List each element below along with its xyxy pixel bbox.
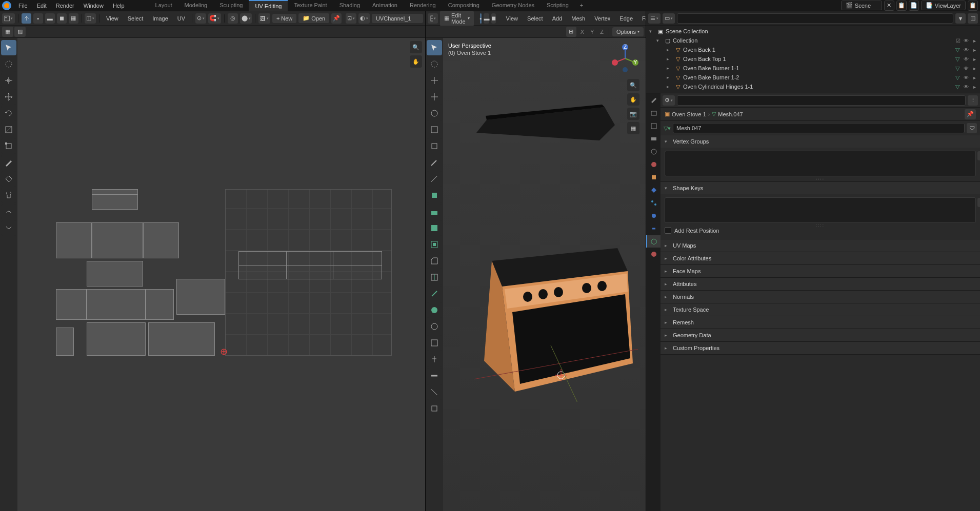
item-disable[interactable]: ▸ xyxy=(971,65,978,72)
scene-new-button[interactable]: ✕ xyxy=(884,1,894,11)
prop-tab-world[interactable] xyxy=(646,158,661,171)
camera-gizmo[interactable]: 📷 xyxy=(627,108,639,120)
tree-item-oven-back-top-1[interactable]: ▸ ▽ Oven Back Top 1 ▽ 👁 ▸ xyxy=(646,54,980,64)
shape-keys-list[interactable]: + :::: xyxy=(665,197,976,223)
prop-tab-particles[interactable] xyxy=(646,197,661,209)
uv-display-modified[interactable]: ▨ xyxy=(14,27,26,37)
vp-tool-transform[interactable] xyxy=(427,138,442,154)
options-dropdown[interactable]: Options ▾ xyxy=(612,27,644,36)
outliner-new-collection[interactable]: ◫ xyxy=(968,13,978,24)
tool-rotate[interactable] xyxy=(1,106,16,121)
uv-menu-view[interactable]: View xyxy=(103,14,122,23)
vp-menu-add[interactable]: Add xyxy=(549,14,566,23)
vp-tool-cursor[interactable] xyxy=(427,73,442,88)
breadcrumb-obj[interactable]: Oven Stove 1 xyxy=(672,111,706,117)
editor-type-dropdown[interactable] xyxy=(2,13,15,24)
vp-menu-edge[interactable]: Edge xyxy=(616,14,636,23)
outliner-filter-button[interactable]: ▼ xyxy=(955,13,966,24)
vp-tool-extrude-region[interactable] xyxy=(427,204,442,219)
tool-relax[interactable] xyxy=(1,204,16,219)
add-workspace-button[interactable]: + xyxy=(575,0,588,11)
tree-item-oven-bake-burner-1-2[interactable]: ▸ ▽ Oven Bake Burner 1-2 ▽ 👁 ▸ xyxy=(646,73,980,82)
prop-tab-scene[interactable] xyxy=(646,146,661,158)
zoom-gizmo[interactable]: 🔍 xyxy=(627,79,639,91)
tool-select-box[interactable] xyxy=(1,56,16,72)
tool-move[interactable] xyxy=(1,89,16,105)
mesh-name-input[interactable] xyxy=(673,123,965,133)
mesh-fake-user[interactable]: 🛡 xyxy=(967,123,977,133)
axis-y[interactable]: Y xyxy=(588,29,596,35)
tree-item-oven-bake-burner-1-1[interactable]: ▸ ▽ Oven Bake Burner 1-1 ▽ 👁 ▸ xyxy=(646,64,980,73)
menu-edit[interactable]: Edit xyxy=(33,1,51,10)
uv-display-stretch[interactable]: ▦ xyxy=(2,27,13,37)
viewport-editor-type[interactable] xyxy=(428,13,438,24)
uv-select-mode-face[interactable]: ◼ xyxy=(57,13,67,24)
pin-image-button[interactable]: 📌 xyxy=(331,13,342,24)
panel-geometry-data-header[interactable]: ▸ Geometry Data xyxy=(661,329,980,341)
tab-geometry-nodes[interactable]: Geometry Nodes xyxy=(486,0,541,11)
prop-tab-tool[interactable] xyxy=(646,94,661,107)
item-disable[interactable]: ▸ xyxy=(971,46,978,53)
select-mode-vertex[interactable]: ▪ xyxy=(480,13,482,24)
tab-layout[interactable]: Layout xyxy=(149,0,178,11)
axis-gizmo[interactable]: Z Y xyxy=(610,43,641,74)
properties-editor-type[interactable]: ⚙ xyxy=(663,95,675,106)
new-image-button[interactable]: + New xyxy=(272,14,296,23)
tab-texture-paint[interactable]: Texture Paint xyxy=(288,0,333,11)
panel-face-maps-header[interactable]: ▸ Face Maps xyxy=(661,265,980,277)
item-visibility[interactable]: 👁 xyxy=(963,74,970,81)
vp-tool-poly-build[interactable] xyxy=(427,302,442,318)
image-selector-dropdown[interactable]: 🖼 xyxy=(258,13,270,24)
item-visibility[interactable]: 👁 xyxy=(963,55,970,63)
item-disable[interactable]: ▸ xyxy=(971,74,978,81)
perspective-gizmo[interactable]: ▦ xyxy=(627,122,639,134)
vertex-groups-list[interactable]: + :::: xyxy=(665,151,976,176)
scene-selector[interactable]: 🎬 Scene xyxy=(841,1,882,10)
pin-icon[interactable]: 📌 xyxy=(965,109,976,119)
select-mode-edge[interactable]: ▬ xyxy=(484,13,489,24)
item-visibility[interactable]: 👁 xyxy=(963,65,970,72)
axis-z[interactable]: Z xyxy=(598,29,606,35)
zoom-gizmo-icon[interactable]: 🔍 xyxy=(410,41,422,53)
uv-display-channels[interactable]: ◐ xyxy=(358,13,370,24)
viewport-canvas[interactable]: User Perspective (0) Oven Stove 1 xyxy=(443,38,646,511)
tab-animation[interactable]: Animation xyxy=(366,0,404,11)
vp-tool-loop-cut[interactable] xyxy=(427,270,442,285)
vp-tool-rotate[interactable] xyxy=(427,106,442,121)
tool-pinch[interactable] xyxy=(1,220,16,236)
vp-tool-knife[interactable] xyxy=(427,286,442,301)
uv-menu-uv[interactable]: UV xyxy=(174,14,189,23)
add-shape-key[interactable]: + xyxy=(977,198,980,207)
vp-tool-select-box[interactable] xyxy=(427,56,442,72)
vp-tool-tweak[interactable] xyxy=(427,40,442,55)
item-visibility[interactable]: 👁 xyxy=(963,46,970,53)
uv-map-selector[interactable]: UVChannel_1 xyxy=(372,14,423,23)
prop-tab-constraints[interactable] xyxy=(646,222,661,235)
tab-sculpting[interactable]: Sculpting xyxy=(213,0,249,11)
vp-tool-smooth[interactable] xyxy=(427,335,442,351)
uv-select-mode-vertex[interactable]: ▪ xyxy=(33,13,43,24)
panel-custom-properties-header[interactable]: ▸ Custom Properties xyxy=(661,342,980,354)
vp-menu-view[interactable]: View xyxy=(502,14,522,23)
vp-tool-add-cube[interactable] xyxy=(427,188,442,203)
outliner-editor-type[interactable]: ☰ xyxy=(648,13,661,24)
tool-annotate[interactable] xyxy=(1,155,16,170)
uv-menu-select[interactable]: Select xyxy=(124,14,147,23)
axis-x[interactable]: X xyxy=(578,29,586,35)
uv-snap-dropdown[interactable]: 🧲 xyxy=(208,13,221,24)
tool-rip[interactable] xyxy=(1,171,16,187)
properties-options[interactable]: ⋮ xyxy=(968,95,978,106)
properties-search-input[interactable] xyxy=(677,95,966,106)
panel-normals-header[interactable]: ▸ Normals xyxy=(661,291,980,303)
uv-sticky-selection[interactable]: ◫ xyxy=(85,13,96,24)
menu-window[interactable]: Window xyxy=(79,1,108,10)
vp-tool-move[interactable] xyxy=(427,89,442,105)
collection-disable-toggle[interactable]: ▸ xyxy=(971,37,978,44)
uv-canvas[interactable]: 🔍 ✋ xyxy=(17,38,425,511)
tree-collection[interactable]: ▾ ▢ Collection ☑ 👁 ▸ xyxy=(646,36,980,45)
uv-overlay-dropdown[interactable]: ⊡ xyxy=(346,13,356,24)
list-drag-handle[interactable]: :::: xyxy=(816,176,825,181)
vp-tool-rip-region[interactable] xyxy=(427,401,442,416)
viewlayer-new-button[interactable]: 📋 xyxy=(968,1,978,11)
tab-scripting[interactable]: Scripting xyxy=(541,0,575,11)
